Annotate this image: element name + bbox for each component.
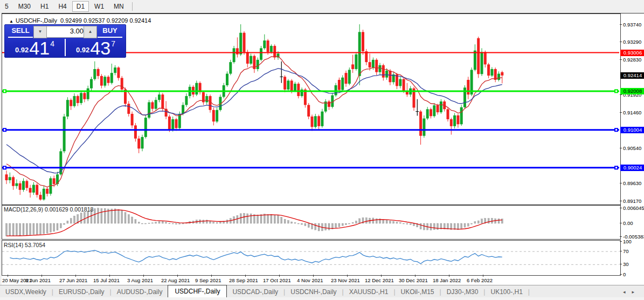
tab-xauusd-h1[interactable]: XAUUSD-,H1 [344, 286, 394, 298]
timeframe-button-w1[interactable]: W1 [90, 1, 108, 12]
macd-pane [2, 205, 621, 240]
date-axis-tick [381, 275, 382, 277]
timeframe-button-mn[interactable]: MN [109, 1, 128, 12]
price-axis-tick [620, 42, 622, 42]
date-axis-label: 27 Jun 2021 [59, 277, 87, 283]
date-axis-tick [8, 275, 8, 277]
price-axis-label: 0.89630 [623, 180, 641, 186]
tab-ukoil-m15[interactable]: UKOil-,M15 [396, 286, 440, 298]
date-axis-label: 30 Dec 2021 [399, 277, 428, 283]
price-axis-tick [620, 201, 622, 201]
macd-axis-tick [620, 208, 622, 208]
timeframe-button-h4[interactable]: H4 [54, 1, 71, 12]
price-badge: 0.92008 [620, 88, 644, 94]
date-axis-label: 3 Aug 2021 [127, 277, 153, 283]
chart-window: ▲USDCHF-,Daily 0.92499 0.92537 0.92209 0… [2, 13, 644, 285]
date-axis-tick [279, 275, 280, 277]
price-axis-label: 0.90540 [623, 145, 641, 151]
price-axis-tick [620, 183, 622, 183]
chart-tabs-bar: USDX,Weekly|EURUSD-,Daily|AUDUSD-,DailyU… [0, 285, 644, 298]
date-axis-label: 15 Jul 2021 [93, 277, 120, 283]
one-click-trade-panel: SELL ▼ 3.00 ▲ BUY 0.92414 0.92437 [4, 24, 126, 58]
tab-audusd-daily[interactable]: AUDUSD-,Daily [112, 286, 168, 298]
timeframe-button-d1[interactable]: D1 [72, 1, 89, 12]
date-axis-label: 17 Oct 2021 [263, 277, 291, 283]
tab-usdcad-daily[interactable]: USDCAD-,Daily [227, 286, 283, 298]
tab-dj30-m30[interactable]: DJ30-,M30 [441, 286, 484, 298]
price-axis-label: 0.91460 [623, 110, 641, 115]
collapse-triangle-icon[interactable]: ▲ [9, 19, 13, 24]
volume-input[interactable]: 3.00 [46, 26, 87, 38]
date-axis-label: 22 Aug 2021 [161, 277, 190, 283]
timeframe-button-5[interactable]: 5 [1, 1, 13, 12]
timeframe-button-m30[interactable]: M30 [14, 1, 35, 12]
rsi-pane [2, 240, 621, 276]
scroll-left-icon: ◂ [623, 289, 632, 295]
date-axis-tick [109, 275, 110, 277]
price-badge: 0.92414 [620, 72, 644, 79]
price-axis-tick [620, 94, 622, 95]
symbol-label: USDCHF-,Daily [16, 17, 57, 24]
macd-axis-tick [620, 223, 622, 223]
date-axis-tick [483, 275, 483, 277]
macd-axis-label: 0.006045 [623, 205, 644, 211]
date-axis-label: 23 Nov 2021 [331, 277, 360, 283]
rsi-axis-label: 0 [623, 271, 626, 277]
rsi-axis-tick [620, 274, 622, 275]
sell-button[interactable]: SELL [8, 26, 33, 35]
date-axis-label: 6 Feb 2022 [467, 277, 493, 283]
date-axis-tick [347, 275, 348, 277]
rsi-axis-tick [620, 251, 622, 251]
price-axis-label: 0.93740 [623, 22, 641, 28]
date-axis-tick [313, 275, 314, 277]
date-axis-tick [177, 275, 178, 277]
rsi-label: RSI(14) 53.7054 [4, 242, 45, 248]
macd-axis-label: 0.00 [623, 220, 633, 226]
price-axis-tick [620, 148, 622, 148]
rsi-axis-label: 30 [623, 261, 629, 267]
tab-eurusd-daily[interactable]: EURUSD-,Daily [53, 286, 110, 298]
chevron-down-icon: ▼ [38, 29, 43, 34]
macd-label: MACD(12,26,9) 0.001629 0.001818 [4, 206, 93, 213]
status-strip [0, 297, 644, 300]
rsi-axis-tick [620, 241, 622, 242]
price-badge: 0.91004 [620, 127, 644, 133]
tab-usdchf-daily[interactable]: USDCHF-,Daily [168, 285, 227, 298]
buy-button[interactable]: BUY [98, 26, 122, 35]
date-axis-tick [245, 275, 246, 277]
ohlc-close: 0.92414 [130, 17, 151, 24]
rsi-axis-tick [620, 264, 622, 264]
date-axis-label: 8 Jun 2021 [25, 277, 51, 283]
price-axis-label: 0.89170 [623, 198, 641, 204]
tab-usdx-weekly[interactable]: USDX,Weekly [0, 286, 52, 298]
date-axis-label: 28 Sep 2021 [229, 277, 258, 283]
price-badge: 0.93006 [620, 50, 644, 56]
tab-scroll-arrows[interactable]: ◂▸ [623, 289, 641, 295]
rsi-axis-label: 100 [623, 238, 632, 244]
macd-plot [2, 206, 619, 238]
date-axis-tick [449, 275, 449, 277]
date-axis-tick [211, 275, 212, 277]
tab-usdcnh-daily[interactable]: USDCNH-,Daily [285, 286, 342, 298]
ohlc-high: 0.92537 [84, 17, 105, 24]
tab-uk100-h1[interactable]: UK100-,H1 [485, 286, 528, 298]
scroll-right-icon: ▸ [632, 289, 641, 295]
price-axis-label: 0.93290 [623, 39, 641, 45]
volume-decrease-button[interactable]: ▼ [33, 26, 47, 38]
macd-axis-tick [620, 236, 622, 237]
price-axis-tick [620, 112, 622, 113]
trading-terminal-window: 5M30H1H4D1W1MN ▲USDCHF-,Daily 0.92499 0.… [0, 0, 644, 300]
buy-price[interactable]: 0.92437 [66, 38, 126, 57]
date-axis-tick [75, 275, 76, 277]
date-axis-label: 4 Nov 2021 [297, 277, 323, 283]
rsi-axis-label: 70 [623, 248, 629, 254]
date-axis-tick [415, 275, 416, 277]
timeframe-toolbar: 5M30H1H4D1W1MN [0, 0, 644, 12]
timeframe-button-h1[interactable]: H1 [36, 1, 53, 12]
toolbar-separator [132, 2, 133, 11]
price-axis-tick [620, 24, 622, 25]
volume-increase-button[interactable]: ▲ [84, 26, 97, 38]
date-axis-label: 9 Sep 2021 [195, 277, 221, 283]
sell-price[interactable]: 0.92414 [5, 38, 65, 57]
chevron-up-icon: ▲ [88, 29, 93, 34]
